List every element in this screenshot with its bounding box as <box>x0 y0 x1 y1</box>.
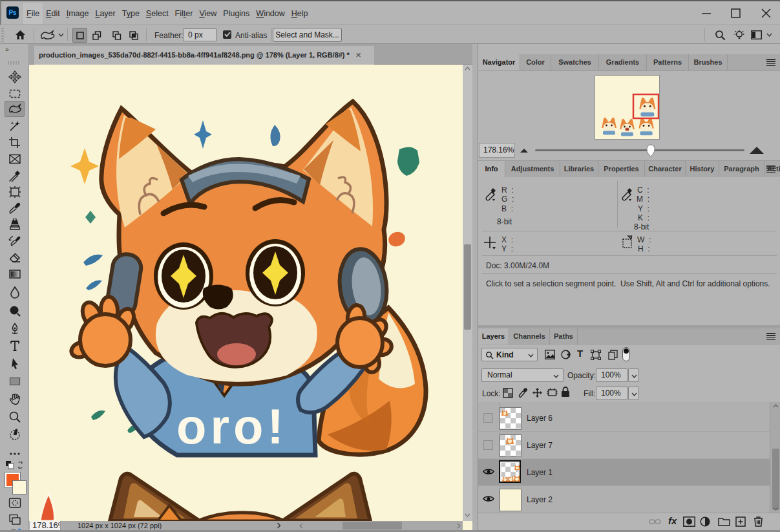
svg-text:oro!: oro! <box>176 399 288 454</box>
